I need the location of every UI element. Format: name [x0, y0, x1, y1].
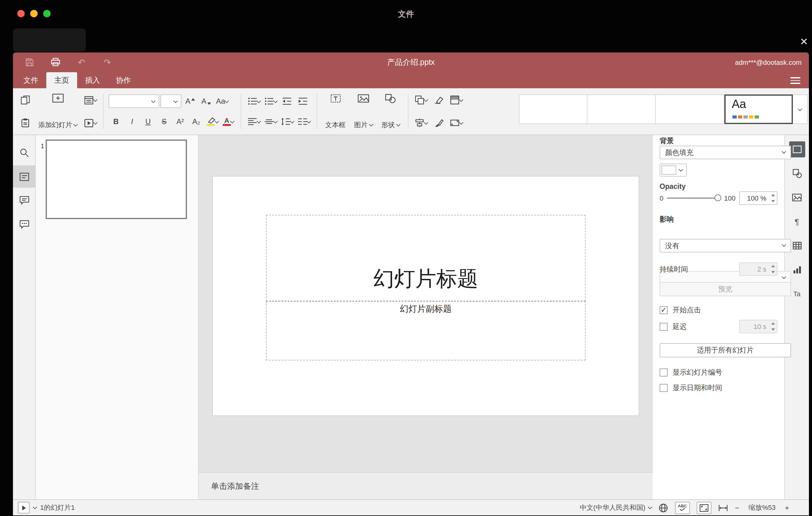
menu-icon[interactable] — [790, 77, 800, 84]
increment-font-size-button[interactable]: A — [183, 94, 198, 109]
delay-input[interactable]: 10 s — [739, 320, 778, 333]
align-shapes-icon — [415, 118, 425, 128]
theme-option[interactable] — [519, 94, 587, 124]
highlight-color-button[interactable] — [205, 114, 220, 129]
notes-area[interactable]: 单击添加备注 — [199, 472, 653, 499]
duration-input[interactable]: 2 s — [739, 262, 778, 276]
close-icon[interactable]: ✕ — [797, 35, 811, 49]
show-date-time-checkbox[interactable] — [660, 384, 668, 392]
sidebar-item-search[interactable] — [13, 141, 35, 164]
italic-button[interactable]: I — [125, 114, 140, 129]
strikethrough-button[interactable]: S — [157, 114, 172, 129]
decrement-font-size-button[interactable]: A — [199, 94, 213, 109]
arrange-shape-button[interactable] — [413, 93, 429, 107]
fit-to-width-button[interactable] — [718, 503, 728, 512]
sidebar-item-paragraph-settings[interactable]: ¶ — [789, 213, 805, 230]
font-name-select[interactable] — [109, 94, 159, 108]
add-slide-button[interactable]: 添加幻灯片 — [35, 93, 80, 130]
effect-select[interactable]: 没有 — [660, 239, 791, 253]
start-slideshow-statusbar-button[interactable] — [18, 502, 30, 514]
spinner-arrows-icon[interactable] — [771, 322, 775, 331]
insert-image-button[interactable]: 图片 — [351, 93, 376, 130]
preview-button[interactable]: 预览 — [660, 282, 791, 296]
font-size-select[interactable] — [161, 94, 181, 108]
bold-button[interactable]: B — [109, 114, 123, 129]
slide-thumbnail[interactable] — [46, 140, 187, 219]
background-fill-select[interactable]: 颜色填充 — [660, 146, 791, 159]
slide[interactable]: 幻灯片标题 幻灯片副标题 — [213, 176, 639, 415]
opacity-input[interactable]: 100 % — [739, 191, 778, 205]
font-color-button[interactable]: A — [221, 114, 236, 129]
line-spacing-button[interactable] — [280, 114, 295, 129]
paste-button[interactable] — [18, 115, 33, 130]
background-color-picker[interactable] — [660, 164, 687, 176]
theme-gallery-expand-button[interactable] — [793, 94, 808, 124]
change-case-button[interactable]: Aa — [215, 94, 230, 109]
slide-actions-group — [83, 93, 98, 130]
image-label: 图片 — [354, 120, 368, 130]
text-box-icon — [329, 93, 342, 104]
ribbon-tabs: 文件 主页 插入 协作 — [13, 72, 809, 88]
language-selector[interactable]: 中文(中华人民共和国) — [580, 503, 651, 512]
sidebar-item-chat[interactable] — [13, 213, 35, 236]
tab-home[interactable]: 主页 — [46, 72, 77, 88]
spinner-arrows-icon[interactable] — [771, 194, 775, 202]
search-icon — [19, 147, 29, 158]
underline-button[interactable]: U — [141, 114, 155, 129]
horizontal-align-button[interactable] — [246, 114, 262, 129]
arrange-group — [413, 93, 429, 130]
copy-button[interactable] — [18, 93, 33, 107]
opacity-min-label: 0 — [660, 194, 663, 202]
increase-indent-button[interactable] — [295, 94, 310, 109]
slide-size-button[interactable] — [448, 115, 464, 130]
zoom-in-button[interactable]: + — [785, 503, 789, 512]
title-placeholder[interactable]: 幻灯片标题 — [266, 215, 585, 301]
sidebar-item-image-settings[interactable] — [789, 190, 805, 205]
theme-option[interactable] — [587, 94, 656, 124]
sidebar-item-table-settings[interactable] — [789, 238, 805, 254]
apply-to-all-button[interactable]: 适用于所有幻灯片 — [660, 343, 791, 357]
theme-option-selected[interactable]: Aa — [724, 94, 793, 124]
slider-knob[interactable] — [714, 194, 721, 201]
decrease-indent-button[interactable] — [280, 94, 294, 109]
highlight-icon — [206, 117, 215, 126]
sidebar-item-textart-settings[interactable]: Ta — [789, 286, 805, 302]
fit-to-slide-button[interactable] — [697, 501, 712, 514]
sidebar-item-shape-settings[interactable] — [789, 165, 805, 181]
numbering-button[interactable] — [263, 94, 278, 109]
tab-file[interactable]: 文件 — [16, 72, 46, 88]
change-layout-button[interactable] — [83, 93, 98, 107]
spinner-arrows-icon[interactable] — [771, 265, 775, 274]
vertical-align-button[interactable] — [263, 114, 278, 129]
start-slideshow-button[interactable] — [83, 115, 98, 130]
chat-icon — [19, 220, 29, 230]
canvas-column: 幻灯片标题 幻灯片副标题 单击添加备注 — [199, 135, 653, 499]
show-slide-number-checkbox[interactable] — [660, 369, 668, 376]
delay-checkbox[interactable] — [660, 322, 668, 331]
insert-text-box-button[interactable]: 文本框 — [322, 93, 349, 130]
align-shape-button[interactable] — [413, 115, 429, 130]
tab-collaborate[interactable]: 协作 — [108, 72, 139, 88]
slide-canvas[interactable]: 幻灯片标题 幻灯片副标题 — [199, 135, 653, 472]
zoom-out-button[interactable]: − — [735, 503, 739, 512]
color-scheme-button[interactable] — [448, 93, 464, 107]
subscript-button[interactable]: A₂ — [189, 114, 204, 129]
superscript-button[interactable]: A² — [173, 114, 187, 129]
sidebar-item-slide-settings[interactable] — [789, 141, 805, 157]
theme-option[interactable] — [656, 94, 724, 124]
subtitle-placeholder[interactable]: 幻灯片副标题 — [266, 301, 585, 361]
columns-button[interactable] — [296, 114, 312, 129]
bullets-button[interactable] — [246, 94, 262, 109]
clear-style-button[interactable] — [431, 93, 446, 107]
sidebar-item-chart-settings[interactable] — [789, 262, 805, 278]
set-language-button[interactable] — [658, 503, 668, 513]
start-on-click-checkbox[interactable]: ✓ — [660, 306, 668, 314]
chevron-down-icon[interactable] — [33, 505, 37, 509]
spell-check-button[interactable]: ABC — [675, 501, 690, 514]
sidebar-item-slides[interactable] — [13, 165, 35, 188]
tab-insert[interactable]: 插入 — [77, 72, 108, 88]
insert-shape-button[interactable]: 形状 — [378, 93, 403, 130]
opacity-slider[interactable] — [667, 191, 720, 205]
sidebar-item-comments[interactable] — [13, 190, 35, 212]
copy-style-button[interactable] — [431, 115, 446, 130]
